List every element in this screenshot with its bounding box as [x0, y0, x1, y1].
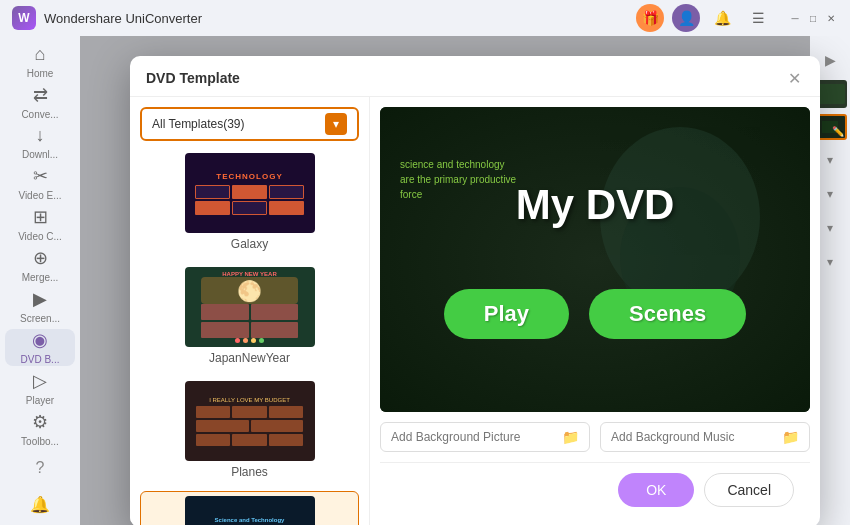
strip-dropdown-3[interactable]: ▾ [816, 214, 844, 242]
dialog-title: DVD Template [146, 70, 240, 86]
sidebar-item-label: Toolbo... [21, 436, 59, 448]
template-thumb-planes: I REALLY LOVE MY BUDGET [185, 381, 315, 461]
video-edit-icon: ✂ [33, 165, 48, 187]
bg-music-input[interactable] [611, 430, 774, 444]
sidebar-bottom: ? 🔔 ☺ [24, 452, 56, 525]
sidebar-item-label: Player [26, 395, 54, 407]
video-comp-icon: ⊞ [33, 206, 48, 228]
maximize-button[interactable]: □ [806, 11, 820, 25]
sidebar-item-label: Merge... [22, 272, 59, 284]
download-icon: ↓ [36, 125, 45, 146]
template-item-science[interactable]: Science and Technology [140, 491, 359, 525]
dialog-footer: OK Cancel [380, 462, 810, 517]
minimize-button[interactable]: ─ [788, 11, 802, 25]
window-controls: ─ □ ✕ [788, 11, 838, 25]
sidebar-item-player[interactable]: ▷ Player [5, 370, 75, 407]
preview-area: science and technology are the primary p… [370, 97, 820, 525]
template-thumb-science: Science and Technology [185, 496, 315, 525]
preview-inputs: 📁 📁 [380, 422, 810, 452]
title-bar: W Wondershare UniConverter 🎁 👤 🔔 ☰ ─ □ ✕ [0, 0, 850, 36]
ok-button[interactable]: OK [618, 473, 694, 507]
dropdown-label: All Templates(39) [152, 117, 244, 131]
app-window: W Wondershare UniConverter 🎁 👤 🔔 ☰ ─ □ ✕… [0, 0, 850, 525]
template-item-japan[interactable]: HAPPY NEW YEAR 🌕 [140, 263, 359, 369]
template-item-galaxy[interactable]: TECHNOLOGY [140, 149, 359, 255]
strip-dropdown-4[interactable]: ▾ [816, 248, 844, 276]
close-button[interactable]: ✕ [824, 11, 838, 25]
sidebar: ⌂ Home ⇄ Conve... ↓ Downl... ✂ Video E..… [0, 36, 80, 525]
dialog-body: All Templates(39) ▾ TECHNOLOGY [130, 97, 820, 525]
help-icon[interactable]: ? [24, 452, 56, 484]
sidebar-item-label: Video E... [18, 190, 61, 202]
bg-picture-group: 📁 [380, 422, 590, 452]
template-name-galaxy: Galaxy [231, 237, 268, 251]
convert-icon: ⇄ [33, 84, 48, 106]
template-name-japan: JapanNewYear [209, 351, 290, 365]
sidebar-item-video-comp[interactable]: ⊞ Video C... [5, 206, 75, 243]
dropdown-arrow: ▾ [325, 113, 347, 135]
notification-icon[interactable]: 🔔 [24, 488, 56, 520]
strip-arrow-button[interactable]: ▶ [816, 46, 844, 74]
merge-icon: ⊕ [33, 247, 48, 269]
bg-music-group: 📁 [600, 422, 810, 452]
template-dropdown[interactable]: All Templates(39) ▾ [140, 107, 359, 141]
template-thumb-japan: HAPPY NEW YEAR 🌕 [185, 267, 315, 347]
folder-icon-picture[interactable]: 📁 [562, 429, 579, 445]
sidebar-item-convert[interactable]: ⇄ Conve... [5, 84, 75, 121]
dvd-play-button[interactable]: Play [444, 289, 569, 339]
template-name-planes: Planes [231, 465, 268, 479]
dvd-template-dialog: DVD Template ✕ All Templates(39) ▾ [130, 56, 820, 525]
sidebar-item-download[interactable]: ↓ Downl... [5, 125, 75, 161]
sidebar-item-home[interactable]: ⌂ Home [5, 44, 75, 80]
dvd-scenes-button[interactable]: Scenes [589, 289, 746, 339]
app-logo: W [12, 6, 36, 30]
dialog-header: DVD Template ✕ [130, 56, 820, 97]
user-icon[interactable]: 👤 [672, 4, 700, 32]
sidebar-item-label: DVD B... [21, 354, 60, 366]
preview-canvas: science and technology are the primary p… [380, 107, 810, 412]
sidebar-item-video-edit[interactable]: ✂ Video E... [5, 165, 75, 202]
dvd-title: My DVD [516, 181, 675, 229]
home-icon: ⌂ [35, 44, 46, 65]
sidebar-item-label: Home [27, 68, 54, 80]
strip-dropdown-1[interactable]: ▾ [816, 146, 844, 174]
sidebar-item-dvd[interactable]: ◉ DVD B... [5, 329, 75, 366]
strip-dropdown-2[interactable]: ▾ [816, 180, 844, 208]
template-thumb-galaxy: TECHNOLOGY [185, 153, 315, 233]
dvd-buttons: Play Scenes [444, 289, 746, 339]
dvd-icon: ◉ [32, 329, 48, 351]
toolbox-icon: ⚙ [32, 411, 48, 433]
app-title: Wondershare UniConverter [44, 11, 202, 26]
sidebar-item-label: Conve... [21, 109, 58, 121]
template-item-planes[interactable]: I REALLY LOVE MY BUDGET [140, 377, 359, 483]
dialog-close-button[interactable]: ✕ [784, 68, 804, 88]
bg-picture-input[interactable] [391, 430, 554, 444]
sidebar-item-label: Video C... [18, 231, 62, 243]
gift-icon[interactable]: 🎁 [636, 4, 664, 32]
cancel-button[interactable]: Cancel [704, 473, 794, 507]
template-list: All Templates(39) ▾ TECHNOLOGY [130, 97, 370, 525]
sidebar-item-screen[interactable]: ▶ Screen... [5, 288, 75, 325]
folder-icon-music[interactable]: 📁 [782, 429, 799, 445]
screen-icon: ▶ [33, 288, 47, 310]
menu-icon[interactable]: ☰ [744, 4, 772, 32]
title-bar-left: W Wondershare UniConverter [12, 6, 202, 30]
title-bar-right: 🎁 👤 🔔 ☰ ─ □ ✕ [636, 4, 838, 32]
dvd-subtitle: science and technology are the primary p… [400, 157, 520, 202]
bell-icon[interactable]: 🔔 [708, 4, 736, 32]
player-icon: ▷ [33, 370, 47, 392]
main-content: ⌂ Home ⇄ Conve... ↓ Downl... ✂ Video E..… [0, 36, 850, 525]
sidebar-item-merge[interactable]: ⊕ Merge... [5, 247, 75, 284]
sidebar-item-label: Screen... [20, 313, 60, 325]
sidebar-item-toolbox[interactable]: ⚙ Toolbo... [5, 411, 75, 448]
sidebar-item-label: Downl... [22, 149, 58, 161]
right-panel: ▶ ✏ ▾ ▾ ▾ ▾ DVD Template ✕ [80, 36, 850, 525]
